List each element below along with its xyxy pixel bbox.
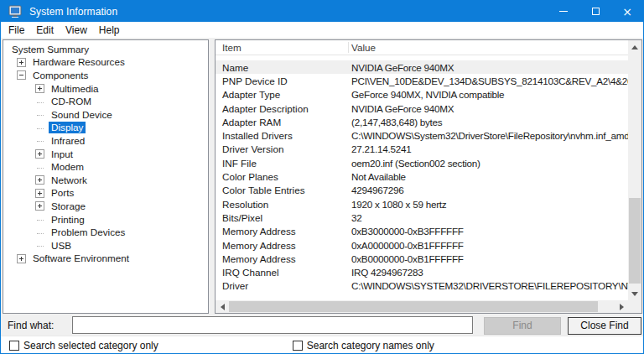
- table-cell-value: IRQ 4294967283: [348, 267, 629, 278]
- maximize-button[interactable]: [579, 1, 611, 22]
- tree-item[interactable]: Input: [3, 148, 208, 161]
- tree-item[interactable]: Components: [3, 69, 208, 82]
- tree-expander-icon[interactable]: [35, 241, 44, 250]
- tree-expander-icon[interactable]: [35, 163, 44, 172]
- table-row[interactable]: Bits/Pixel 32: [216, 211, 629, 224]
- tree-item[interactable]: Display: [3, 122, 208, 135]
- scroll-left-icon: [221, 304, 225, 310]
- tree-item-label: USB: [49, 240, 74, 252]
- table-row[interactable]: Name NVIDIA GeForce 940MX: [216, 60, 629, 74]
- tree-item[interactable]: Problem Devices: [3, 226, 208, 239]
- tree-item[interactable]: System Summary: [3, 43, 208, 56]
- scroll-down-icon: [631, 292, 638, 296]
- tree-item[interactable]: Multimedia: [3, 82, 208, 96]
- tree-item[interactable]: Printing: [3, 213, 208, 226]
- table-cell-item: Memory Address: [216, 226, 348, 237]
- horizontal-scroll-thumb[interactable]: [229, 301, 598, 312]
- tree-expander-icon[interactable]: [35, 136, 44, 145]
- table-row[interactable]: Installed Drivers C:\WINDOWS\System32\Dr…: [216, 128, 629, 142]
- app-icon: [8, 5, 22, 18]
- table-cell-item: Memory Address: [216, 253, 348, 264]
- category-tree-panel: System Summary Hardware Resources Compon…: [3, 39, 209, 314]
- close-button[interactable]: ×: [611, 1, 643, 22]
- table-cell-item: Resolution: [216, 199, 348, 210]
- tree-expander-icon[interactable]: [17, 58, 26, 67]
- tree-item-label: Ports: [49, 187, 76, 199]
- window-controls: ×: [548, 1, 643, 22]
- table-row[interactable]: INF File oem20.inf (Section002 section): [216, 156, 629, 169]
- tree-item[interactable]: Ports: [3, 187, 208, 200]
- menu-item[interactable]: Edit: [30, 23, 60, 37]
- table-row[interactable]: Resolution 1920 x 1080 x 59 hertz: [216, 197, 629, 211]
- search-selected-category-checkbox[interactable]: [9, 341, 19, 351]
- table-cell-item: Installed Drivers: [216, 130, 348, 141]
- vertical-scroll-thumb[interactable]: [629, 198, 641, 284]
- table-row[interactable]: Color Table Entries 4294967296: [216, 184, 629, 197]
- tree-item[interactable]: CD-ROM: [3, 95, 208, 108]
- tree-item[interactable]: Sound Device: [3, 108, 208, 122]
- scroll-up-button[interactable]: [628, 40, 641, 54]
- tree-item[interactable]: Storage: [3, 200, 208, 213]
- tree-item[interactable]: Software Environment: [3, 252, 208, 266]
- horizontal-scrollbar[interactable]: [216, 300, 628, 313]
- search-selected-category-option[interactable]: Search selected category only: [9, 340, 158, 351]
- tree-item-label: Hardware Resources: [30, 56, 127, 68]
- tree-expander-icon[interactable]: [35, 110, 44, 119]
- find-button[interactable]: Find: [484, 317, 561, 335]
- table-row[interactable]: IRQ Channel IRQ 4294967283: [216, 265, 629, 279]
- menu-item[interactable]: View: [60, 23, 93, 37]
- table-cell-item: Color Table Entries: [216, 185, 348, 195]
- tree-expander-icon[interactable]: [35, 123, 44, 133]
- table-row[interactable]: Adapter RAM (2,147,483,648) bytes: [216, 115, 629, 128]
- table-row[interactable]: Color Planes Not Available: [216, 169, 629, 183]
- scroll-down-button[interactable]: [628, 287, 641, 300]
- detail-table-panel: Item Value Name NVIDIA GeForce 940MX PNP…: [215, 39, 642, 314]
- tree-expander-icon[interactable]: [35, 201, 44, 211]
- vertical-scrollbar[interactable]: [628, 40, 641, 300]
- find-bar: Find what: Find Close Find: [1, 315, 643, 336]
- column-header-value[interactable]: Value: [348, 42, 376, 53]
- tree-expander-icon[interactable]: [35, 175, 44, 185]
- tree-expander-icon[interactable]: [35, 84, 44, 93]
- tree-item-label: Display: [49, 122, 86, 133]
- table-cell-item: PNP Device ID: [216, 75, 348, 86]
- tree-expander-icon[interactable]: [35, 97, 44, 107]
- tree-expander-icon[interactable]: [17, 254, 26, 263]
- column-divider[interactable]: [348, 42, 349, 53]
- table-row[interactable]: Driver C:\WINDOWS\SYSTEM32\DRIVERSTORE\F…: [216, 279, 629, 293]
- tree-expander-icon[interactable]: [35, 228, 44, 237]
- scroll-up-icon: [631, 45, 638, 49]
- menu-item[interactable]: Help: [93, 23, 126, 37]
- search-selected-category-label: Search selected category only: [23, 340, 158, 351]
- table-row[interactable]: PNP Device ID PCI\VEN_10DE&DEV_134D&SUBS…: [216, 74, 629, 87]
- column-header-item[interactable]: Item: [216, 42, 348, 53]
- close-find-button[interactable]: Close Find: [568, 317, 641, 335]
- table-cell-item: Memory Address: [216, 240, 348, 251]
- search-category-names-label: Search category names only: [307, 340, 434, 351]
- menu-item[interactable]: File: [3, 23, 30, 37]
- table-row[interactable]: Memory Address 0xA0000000-0xB1FFFFFF: [216, 238, 629, 252]
- table-row[interactable]: Driver Version 27.21.14.5241: [216, 143, 629, 156]
- search-category-names-checkbox[interactable]: [293, 341, 303, 351]
- tree-item[interactable]: Hardware Resources: [3, 56, 208, 70]
- search-category-names-option[interactable]: Search category names only: [293, 340, 434, 351]
- tree-item[interactable]: Network: [3, 174, 208, 187]
- scroll-right-button[interactable]: [615, 300, 628, 313]
- tree-expander-icon[interactable]: [35, 149, 44, 159]
- minimize-button[interactable]: [548, 1, 579, 22]
- find-input[interactable]: [72, 316, 473, 334]
- table-row[interactable]: Adapter Description NVIDIA GeForce 940MX: [216, 102, 629, 115]
- table-row[interactable]: Memory Address 0xB0000000-0xB1FFFFFF: [216, 252, 629, 265]
- table-row[interactable]: Memory Address 0xB3000000-0xB3FFFFFF: [216, 225, 629, 238]
- table-cell-item: Color Planes: [216, 171, 348, 182]
- tree-expander-icon[interactable]: [17, 70, 26, 80]
- table-cell-value: (2,147,483,648) bytes: [348, 117, 629, 128]
- table-row[interactable]: Adapter Type GeForce 940MX, NVIDIA compa…: [216, 88, 629, 102]
- tree-expander-icon[interactable]: [35, 189, 44, 198]
- tree-item[interactable]: USB: [3, 239, 208, 252]
- tree-expander-icon[interactable]: [35, 215, 44, 224]
- tree-item[interactable]: Infrared: [3, 134, 208, 148]
- scroll-left-button[interactable]: [216, 300, 229, 313]
- tree-item[interactable]: Modem: [3, 160, 208, 174]
- scroll-right-icon: [620, 304, 624, 310]
